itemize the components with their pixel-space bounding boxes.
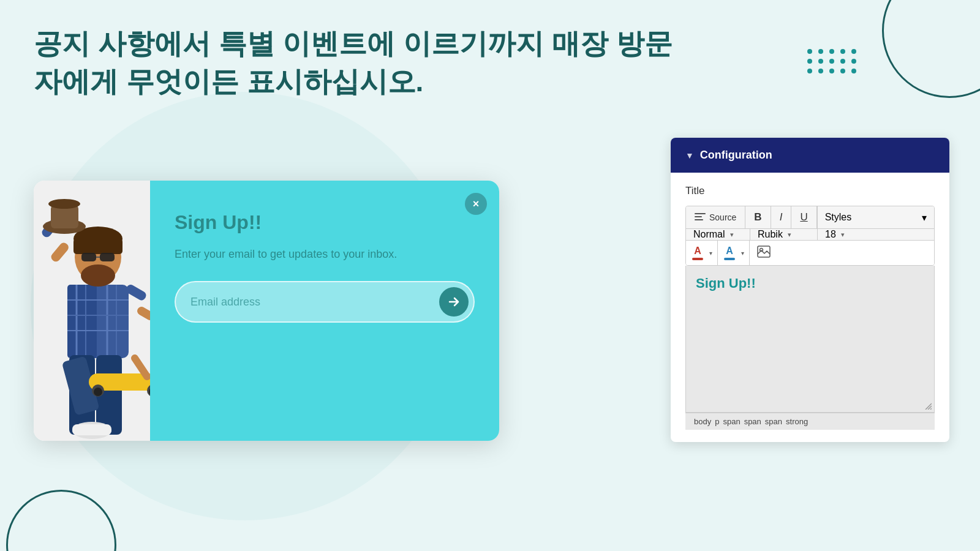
image-button[interactable] xyxy=(750,241,778,265)
email-form xyxy=(175,281,475,323)
styles-label: Styles xyxy=(825,212,852,223)
close-button[interactable]: × xyxy=(465,193,487,215)
arrow-right-icon xyxy=(447,295,461,309)
bg-color-button[interactable]: A ▾ xyxy=(718,241,750,265)
size-arrow: ▾ xyxy=(841,231,845,239)
text-color-arrow[interactable]: ▾ xyxy=(709,250,717,257)
source-icon xyxy=(695,213,706,222)
popup-right-panel: × Sign Up!! Enter your email to get upda… xyxy=(150,181,499,441)
size-select[interactable]: 18 ▾ xyxy=(818,229,861,240)
toolbar-row-2: Normal ▾ Rubik ▾ 18 ▾ xyxy=(686,229,934,241)
image-icon xyxy=(757,246,771,258)
svg-rect-1 xyxy=(67,285,97,358)
svg-rect-13 xyxy=(81,253,96,261)
submit-button[interactable] xyxy=(439,287,469,317)
text-color-bar xyxy=(692,258,703,260)
bg-color-bar xyxy=(724,258,735,260)
status-p[interactable]: p xyxy=(715,417,719,426)
page-heading: 공지 사항에서 특별 이벤트에 이르기까지 매장 방문자에게 무엇이든 표시하십… xyxy=(34,24,677,100)
format-select[interactable]: Normal ▾ xyxy=(686,229,750,240)
svg-rect-14 xyxy=(100,253,115,261)
popup-title: Sign Up!! xyxy=(175,211,475,234)
config-title-label: Title xyxy=(685,185,935,197)
dots-decoration xyxy=(807,49,858,73)
svg-rect-27 xyxy=(72,424,111,435)
config-body: Title Source B I U Styles ▾ xyxy=(671,173,949,442)
status-body[interactable]: body xyxy=(694,417,711,426)
source-button[interactable]: Source xyxy=(686,206,745,228)
italic-button[interactable]: I xyxy=(771,206,792,228)
styles-arrow: ▾ xyxy=(922,212,927,223)
bg-color-arrow[interactable]: ▾ xyxy=(741,250,749,257)
status-span-1[interactable]: span xyxy=(723,417,740,426)
source-label: Source xyxy=(709,212,736,222)
svg-point-20 xyxy=(48,199,80,209)
bg-color-a: A xyxy=(726,246,733,257)
underline-button[interactable]: U xyxy=(791,206,816,228)
config-collapse-arrow[interactable]: ▼ xyxy=(685,151,694,160)
config-panel: ▼ Configuration Title Source B I U xyxy=(671,138,949,442)
config-header[interactable]: ▼ Configuration xyxy=(671,138,949,173)
decoration-circle-bottom-left xyxy=(6,490,116,551)
text-color-a: A xyxy=(694,246,701,257)
editor-text-content: Sign Up!! xyxy=(696,276,924,291)
toolbar-row-1: Source B I U Styles ▾ xyxy=(686,206,934,229)
toolbar-row-3: A ▾ A ▾ xyxy=(686,241,934,265)
editor-content-area[interactable]: Sign Up!! xyxy=(685,266,935,413)
status-strong[interactable]: strong xyxy=(786,417,808,426)
popup-modal: × Sign Up!! Enter your email to get upda… xyxy=(34,181,499,441)
svg-rect-16 xyxy=(50,241,70,263)
status-span-2[interactable]: span xyxy=(744,417,761,426)
person-illustration xyxy=(34,187,150,441)
svg-point-12 xyxy=(81,264,115,287)
editor-resize-handle[interactable] xyxy=(924,402,932,410)
status-span-3[interactable]: span xyxy=(765,417,782,426)
config-header-title: Configuration xyxy=(700,149,772,162)
svg-rect-22 xyxy=(136,305,150,321)
editor-toolbar: Source B I U Styles ▾ Normal ▾ Rubik ▾ xyxy=(685,206,935,266)
popup-left-panel xyxy=(34,181,150,441)
normal-label: Normal xyxy=(693,229,725,240)
email-input[interactable] xyxy=(190,296,439,309)
decoration-circle-top-right xyxy=(882,0,980,98)
size-label: 18 xyxy=(825,229,836,240)
svg-point-31 xyxy=(94,388,102,396)
styles-select[interactable]: Styles ▾ xyxy=(817,206,934,228)
font-label: Rubik xyxy=(758,229,783,240)
bold-button[interactable]: B xyxy=(745,206,771,228)
svg-rect-11 xyxy=(74,239,123,254)
svg-line-38 xyxy=(930,408,932,410)
font-arrow: ▾ xyxy=(788,231,791,239)
popup-description: Enter your email to get updates to your … xyxy=(175,246,475,263)
normal-arrow: ▾ xyxy=(730,231,734,239)
font-select[interactable]: Rubik ▾ xyxy=(750,229,818,240)
text-color-button[interactable]: A ▾ xyxy=(686,241,718,265)
editor-status-bar: body p span span span strong xyxy=(685,413,935,430)
